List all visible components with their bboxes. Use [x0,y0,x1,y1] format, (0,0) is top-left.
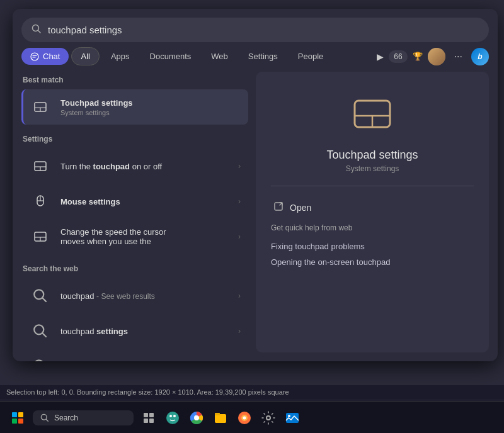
svg-rect-28 [149,413,154,417]
web-section: Search the web touchpad - See web result… [21,261,248,361]
svg-point-42 [266,416,270,420]
status-bar: Selection top left: 0, 0. Bounding recta… [0,385,504,399]
svg-rect-30 [149,419,154,423]
best-match-title: Touchpad settings [60,98,241,108]
more-options-button[interactable]: ··· [450,50,466,64]
web-item-touchpad-notworking[interactable]: touchpad not working › [21,349,248,361]
tab-documents[interactable]: Documents [141,48,200,65]
web-section-label: Search the web [21,261,248,278]
search-bar[interactable]: touchpad settings [21,18,489,42]
svg-point-32 [169,415,172,417]
svg-line-1 [38,31,41,33]
trophy-icon: 🏆 [413,52,423,61]
bing-icon: b [478,52,482,61]
firefox-icon [237,410,252,425]
svg-line-16 [43,298,46,301]
help-link-2[interactable]: Opening the on-screen touchpad [271,254,474,270]
svg-point-2 [31,53,38,60]
best-match-subtitle: System settings [60,109,241,116]
web-search-icon-2 [29,320,52,342]
best-match-label: Best match [21,72,248,89]
settings-item-mouse[interactable]: Mouse settings › [21,184,248,219]
mouse-settings-title: Mouse settings [60,197,229,206]
right-panel-title: Touchpad settings [326,149,418,162]
web-item-touchpad-notworking-text: touchpad not working [60,361,229,361]
quick-help-section: Get quick help from web Fixing touchpad … [271,223,474,270]
tab-people[interactable]: People [289,48,332,65]
cursor-speed-icon [29,225,52,248]
arrow-icon-1: › [238,162,241,171]
settings-item-touchpad-onoff-text: Turn the touchpad on or off [60,160,229,172]
tab-all[interactable]: All [71,47,99,65]
svg-point-33 [173,415,176,417]
svg-line-18 [43,334,46,337]
open-label: Open [290,203,311,213]
web-item-touchpad-settings-text: touchpad settings [60,325,229,337]
taskview-button[interactable] [139,408,159,428]
search-icon [32,24,42,36]
arrow-icon-4: › [238,291,241,300]
tab-web[interactable]: Web [202,48,237,65]
start-button[interactable] [6,407,29,429]
taskbar-explorer-icon[interactable] [210,408,231,428]
taskbar: Search [0,402,504,433]
touchpad-onoff-title: Turn the touchpad on or off [60,162,162,171]
settings-item-touchpad-onoff[interactable]: Turn the touchpad on or off › [21,149,248,184]
help-link-1[interactable]: Fixing touchpad problems [271,239,474,254]
svg-rect-27 [144,413,148,417]
gear-icon [261,410,276,425]
play-button[interactable]: ▶ [377,52,384,62]
settings-item-mouse-text: Mouse settings [60,197,229,206]
file-explorer-icon [213,410,228,425]
tab-settings[interactable]: Settings [239,48,287,65]
taskbar-search[interactable]: Search [33,410,134,425]
tab-bar: Chat All Apps Documents Web Settings Peo… [13,47,498,72]
web-item-touchpad[interactable]: touchpad - See web results › [21,278,248,313]
divider [271,186,474,186]
svg-rect-29 [144,419,148,423]
settings-item-cursor-text: Change the speed the cursormoves when yo… [60,227,229,246]
taskbar-search-icon [40,413,49,422]
right-panel-subtitle: System settings [346,164,399,173]
web-touchpad-title: touchpad - See web results [60,291,155,301]
svg-point-19 [34,360,43,361]
settings-item-cursor-speed[interactable]: Change the speed the cursormoves when yo… [21,219,248,254]
tab-apps[interactable]: Apps [102,48,139,65]
touchpad-settings-icon [29,96,52,118]
right-panel: Touchpad settings System settings Open G… [256,72,489,352]
taskbar-parrot-icon[interactable] [163,408,183,428]
arrow-icon-5: › [238,327,241,335]
svg-point-41 [243,416,246,419]
left-panel: Best match Touchpad settings System sett… [21,72,248,352]
chat-icon [30,52,39,61]
photo-icon [285,410,300,425]
svg-point-44 [288,415,290,417]
taskbar-search-label: Search [54,413,78,422]
svg-rect-37 [215,414,226,423]
web-touchpad-settings-title: touchpad settings [60,327,128,336]
avatar[interactable] [428,48,445,65]
windows-logo [12,412,23,424]
settings-section-label: Settings [21,131,248,149]
best-match-item[interactable]: Touchpad settings System settings [21,89,248,125]
chrome-icon [189,410,204,425]
taskbar-browser-icon[interactable] [186,408,207,428]
bing-button[interactable]: b [471,48,489,65]
avatar-image [428,48,445,65]
app-icon-large [350,91,395,138]
mouse-icon [29,190,52,213]
web-item-touchpad-settings[interactable]: touchpad settings › [21,313,248,349]
svg-point-36 [194,415,199,420]
taskview-icon [142,412,155,424]
search-panel: touchpad settings Chat All Apps Document… [13,9,498,361]
tab-chat[interactable]: Chat [21,48,69,65]
open-button[interactable]: Open [271,196,474,218]
tab-bar-right: ▶ 66 🏆 ··· b [377,48,489,65]
web-item-touchpad-text: touchpad - See web results [60,290,229,301]
arrow-icon-2: › [238,197,241,206]
cursor-speed-title: Change the speed the cursormoves when yo… [60,227,229,246]
svg-rect-38 [215,413,220,415]
taskbar-firefox-icon[interactable] [234,408,255,428]
taskbar-settings-icon[interactable] [258,408,278,428]
taskbar-photo-icon[interactable] [282,408,302,428]
